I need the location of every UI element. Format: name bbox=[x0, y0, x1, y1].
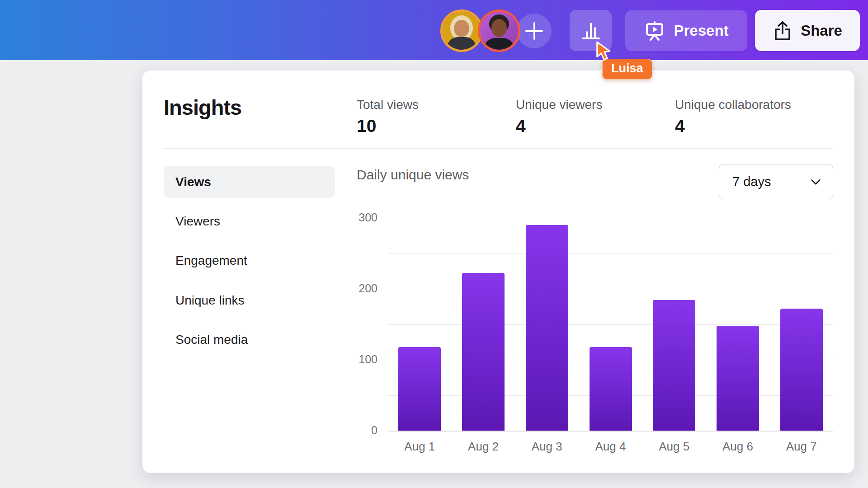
add-collaborator-button[interactable] bbox=[517, 14, 552, 48]
tab-viewers[interactable]: Viewers bbox=[164, 205, 335, 237]
gridline bbox=[388, 395, 833, 396]
present-button[interactable]: Present bbox=[625, 10, 747, 51]
tab-label: Views bbox=[175, 175, 211, 189]
avatar-photo bbox=[443, 12, 481, 50]
stat-total-views: Total views 10 bbox=[357, 98, 419, 136]
bar-chart-icon bbox=[580, 19, 602, 42]
tab-views[interactable]: Views bbox=[164, 166, 335, 198]
chart-bar-aug-6 bbox=[717, 326, 759, 431]
collaborator-avatar-2[interactable] bbox=[478, 9, 520, 52]
chart-bar-aug-1 bbox=[398, 347, 441, 431]
y-axis-tick: 200 bbox=[332, 282, 377, 295]
stat-value: 4 bbox=[675, 116, 791, 136]
tab-label: Social media bbox=[175, 333, 248, 347]
x-axis-label: Aug 4 bbox=[579, 440, 642, 454]
divider bbox=[164, 148, 833, 149]
gridline bbox=[388, 360, 833, 360]
chart-bar-aug-5 bbox=[653, 300, 695, 431]
gridline bbox=[388, 253, 833, 254]
top-bar: Present Share bbox=[0, 0, 868, 60]
share-button-label: Share bbox=[801, 22, 842, 39]
tab-label: Viewers bbox=[175, 214, 220, 229]
present-icon bbox=[644, 20, 665, 42]
x-axis-label: Aug 1 bbox=[388, 440, 452, 454]
gridline bbox=[388, 289, 833, 289]
date-range-dropdown[interactable]: 7 days bbox=[719, 164, 833, 199]
avatar-photo bbox=[480, 12, 518, 50]
x-axis-label: Aug 5 bbox=[642, 440, 706, 454]
canva-editor-screen: Present Share Luisa Insights Total views… bbox=[0, 0, 868, 488]
tab-unique-links[interactable]: Unique links bbox=[164, 284, 335, 316]
chart-bar-aug-4 bbox=[590, 347, 632, 431]
chart-bar-aug-7 bbox=[780, 309, 823, 431]
collaborator-name-tooltip: Luisa bbox=[602, 59, 652, 80]
date-range-value: 7 days bbox=[732, 174, 771, 189]
stat-unique-collaborators: Unique collaborators 4 bbox=[675, 98, 791, 136]
chevron-down-icon bbox=[810, 176, 822, 188]
chart-title: Daily unique views bbox=[357, 167, 469, 183]
tab-label: Engagement bbox=[175, 253, 247, 268]
insights-panel: Insights Total views 10 Unique viewers 4… bbox=[142, 70, 854, 473]
page-title: Insights bbox=[164, 95, 241, 120]
stat-label: Unique viewers bbox=[516, 98, 602, 112]
tab-engagement[interactable]: Engagement bbox=[164, 244, 335, 277]
y-axis-tick: 100 bbox=[332, 353, 377, 366]
x-axis-label: Aug 2 bbox=[452, 440, 515, 454]
x-axis-label: Aug 3 bbox=[515, 440, 579, 454]
stat-value: 4 bbox=[516, 116, 602, 136]
tab-label: Unique links bbox=[175, 293, 245, 308]
gridline bbox=[388, 218, 833, 218]
collaborator-avatar-1[interactable] bbox=[440, 9, 483, 52]
tab-social-media[interactable]: Social media bbox=[164, 324, 335, 356]
stat-value: 10 bbox=[357, 116, 419, 136]
share-button[interactable]: Share bbox=[755, 10, 860, 51]
gridline bbox=[388, 324, 833, 325]
stat-label: Unique collaborators bbox=[675, 98, 791, 112]
chart-bar-aug-3 bbox=[526, 225, 568, 431]
present-button-label: Present bbox=[674, 22, 728, 39]
chart-bar-aug-2 bbox=[462, 273, 505, 431]
x-axis-label: Aug 7 bbox=[769, 440, 833, 454]
stat-unique-viewers: Unique viewers 4 bbox=[516, 98, 602, 136]
y-axis-tick: 0 bbox=[332, 424, 377, 437]
y-axis-tick: 300 bbox=[332, 211, 377, 224]
share-icon bbox=[773, 20, 793, 41]
x-axis-line bbox=[388, 431, 833, 432]
plus-icon bbox=[533, 22, 535, 40]
x-axis-label: Aug 6 bbox=[706, 440, 769, 454]
stat-label: Total views bbox=[357, 98, 419, 112]
collaborator-cursor-icon bbox=[595, 41, 614, 61]
